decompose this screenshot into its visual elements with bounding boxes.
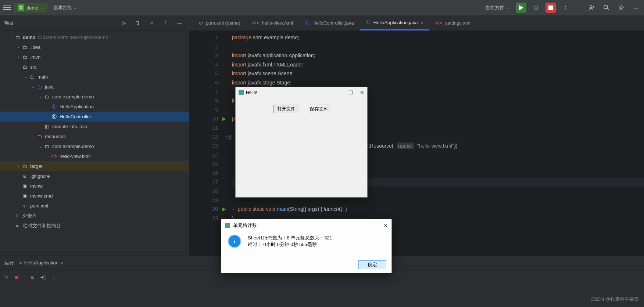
search-icon[interactable]	[601, 3, 612, 13]
maven-file-icon: m	[199, 20, 203, 26]
tree-item-idea[interactable]: ›🗀.idea	[0, 42, 189, 52]
project-selector[interactable]: D demo ⌄	[14, 3, 47, 12]
tab-settings[interactable]: </>settings.xml	[429, 15, 476, 30]
tree-item-gitignore[interactable]: ⊘.gitignore	[0, 171, 189, 181]
close-icon[interactable]: ✕	[360, 90, 364, 95]
chevron-right-icon: ›	[15, 55, 21, 59]
tree-item-java[interactable]: ⌄🗀java	[0, 82, 189, 92]
project-name: demo	[26, 5, 39, 11]
project-sidebar: 项目 ⌄ ◎ ⇅ ⤫ ⋮ — ⌄🗀demoC:\Users\hdm\IdeaPr…	[0, 15, 189, 256]
run-button[interactable]	[516, 3, 526, 13]
expand-icon[interactable]: ⇅	[132, 18, 143, 28]
chevron-down-icon: ⌄	[15, 65, 21, 69]
resource-folder-icon: 🗀	[36, 134, 43, 139]
stop-icon[interactable]: ◼	[14, 274, 18, 280]
svg-line-9	[607, 8, 609, 10]
app-icon	[239, 90, 244, 95]
collapse-icon[interactable]: ⤫	[146, 18, 157, 28]
project-panel-header: 项目 ⌄ ◎ ⇅ ⤫ ⋮ —	[0, 15, 189, 31]
override-gutter-icon[interactable]: ↑@	[225, 133, 233, 142]
tree-item-helloapplication[interactable]: ⒸHelloApplication	[0, 102, 189, 112]
tree-item-target[interactable]: ›🗀target	[0, 161, 189, 171]
chevron-down-icon: ⌄	[8, 35, 14, 39]
tree-item-moduleinfo[interactable]: ◧module-info.java	[0, 122, 189, 131]
hide-icon[interactable]: —	[174, 18, 185, 28]
tab-helloapplication[interactable]: ⒸHelloApplication.java×	[360, 15, 429, 30]
maximize-icon[interactable]: ☐	[348, 90, 353, 95]
debug-button[interactable]	[531, 3, 541, 13]
close-icon[interactable]: ✕	[384, 223, 388, 228]
run-gutter-icon[interactable]: ▶	[222, 114, 226, 123]
current-file-dropdown[interactable]: 当前文件 ⌄	[482, 3, 512, 12]
chevron-down-icon: ⌄	[30, 85, 36, 89]
tree-item-src[interactable]: ⌄🗀src	[0, 62, 189, 72]
chevron-right-icon: ›	[8, 214, 14, 218]
editor-tabs: mpom.xml (demo) </>hello-view.fxml ⒸHell…	[189, 15, 644, 31]
minimize-icon[interactable]: —	[631, 3, 641, 13]
rerun-icon[interactable]: ↻	[4, 274, 8, 280]
tree-item-package[interactable]: ⌄🗀com.example.demo	[0, 92, 189, 102]
tree-item-res-package[interactable]: ⌄🗀com.example.demo	[0, 141, 189, 151]
package-icon: 🗀	[43, 94, 50, 100]
tree-item-mvn[interactable]: ›🗀.mvn	[0, 52, 189, 62]
minimize-icon[interactable]: —	[337, 90, 342, 95]
hello-titlebar[interactable]: Hello! — ☐ ✕	[236, 87, 367, 98]
open-file-button[interactable]: 打开文件	[273, 105, 299, 113]
screenshot-icon[interactable]: ⎚	[31, 274, 34, 280]
excluded-folder-icon: 🗀	[21, 163, 28, 169]
tree-item-mvnwcmd[interactable]: ▣mvnw.cmd	[0, 191, 189, 201]
run-gutter-icon[interactable]: ▶	[222, 205, 226, 214]
tab-pom[interactable]: mpom.xml (demo)	[193, 15, 246, 30]
chevron-right-icon: ›	[15, 45, 21, 49]
tree-item-scratches[interactable]: ≡临时文件和控制台	[0, 221, 189, 231]
svg-point-10	[620, 7, 622, 9]
tree-item-resources[interactable]: ⌄🗀resources	[0, 131, 189, 141]
close-icon[interactable]: ×	[61, 260, 64, 266]
run-status-icon: ●	[19, 260, 22, 266]
chevron-down-icon: ⌄	[74, 6, 76, 10]
chevron-down-icon: ⌄	[23, 75, 29, 79]
dialog-message: Sheet1行总数为：8 单元格总数为：321 耗时： 0小时 0分钟 0秒 5…	[248, 235, 332, 248]
folder-icon: 🗀	[29, 74, 35, 80]
chevron-down-icon[interactable]: ⌄	[14, 21, 17, 25]
folder-icon: 🗀	[21, 54, 28, 60]
tab-hellocontroller[interactable]: ⒸHelloController.java	[299, 15, 360, 30]
terminal-file-icon: ▣	[21, 183, 28, 189]
svg-point-8	[604, 5, 608, 9]
ok-button[interactable]: 确定	[358, 260, 386, 269]
code-with-me-icon[interactable]	[587, 3, 597, 13]
locate-icon[interactable]: ◎	[118, 18, 129, 28]
chevron-right-> icon: ›	[232, 205, 234, 214]
close-icon[interactable]: ×	[421, 20, 424, 25]
tab-helloview[interactable]: </>hello-view.fxml	[246, 15, 299, 30]
tree-item-hellocontroller[interactable]: ⒸHelloController	[0, 112, 189, 122]
main-menu-icon[interactable]	[3, 4, 11, 12]
stop-button[interactable]	[545, 3, 556, 13]
more-icon[interactable]: ⋮	[560, 3, 570, 13]
folder-icon: 🗀	[14, 35, 21, 40]
run-config-tab[interactable]: ●HelloApplication×	[19, 260, 64, 266]
hello-app-window: Hello! — ☐ ✕ 打开文件 保存文件	[235, 87, 368, 198]
vcs-menu[interactable]: 版本控制 ⌄	[50, 3, 80, 12]
tree-root[interactable]: ⌄🗀demoC:\Users\hdm\IdeaProjects\demo	[0, 32, 189, 42]
more-icon[interactable]: ⋮	[51, 274, 56, 280]
xml-file-icon: </>	[51, 154, 57, 159]
xml-file-icon: </>	[252, 20, 259, 26]
tree-item-main[interactable]: ⌄🗀main	[0, 72, 189, 82]
dialog-title: 单元格计数	[233, 222, 257, 229]
chevron-down-icon: ⌄	[30, 134, 36, 138]
project-panel-title: 项目	[4, 20, 14, 26]
exit-icon[interactable]: ➜]	[40, 274, 46, 280]
tree-item-mvnw[interactable]: ▣mvnw	[0, 181, 189, 191]
hello-title: Hello!	[246, 90, 257, 95]
tree-item-pom[interactable]: mpom.xml	[0, 201, 189, 211]
dialog-titlebar[interactable]: 单元格计数 ✕	[221, 219, 391, 232]
app-icon	[225, 223, 230, 228]
class-icon: Ⓒ	[366, 19, 371, 26]
run-tab-label[interactable]: 运行	[4, 260, 14, 266]
more-icon[interactable]: ⋮	[160, 18, 171, 28]
settings-icon[interactable]	[616, 3, 626, 13]
save-file-button[interactable]: 保存文件	[309, 105, 329, 113]
tree-item-external-libs[interactable]: ›⫴外部库	[0, 211, 189, 221]
tree-item-helloview[interactable]: </>hello-view.fxml	[0, 151, 189, 161]
